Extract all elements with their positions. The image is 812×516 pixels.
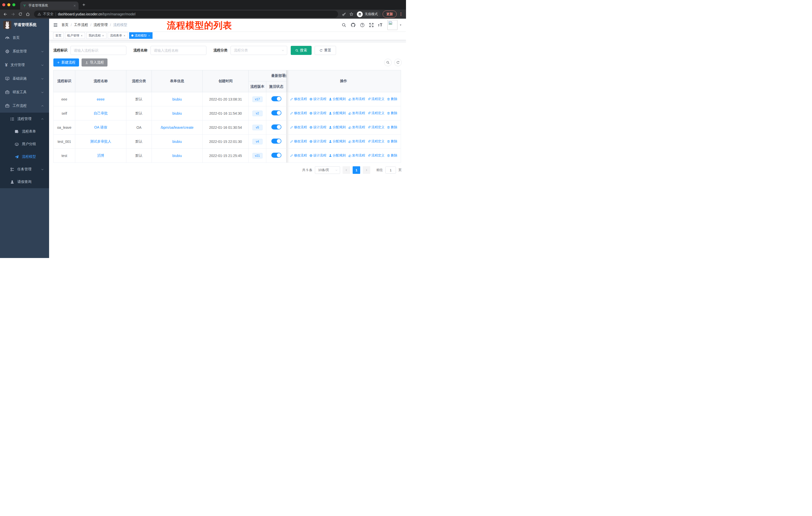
action-assign-rule[interactable]: 分配规则	[329, 97, 346, 101]
action-design[interactable]: 设计流程	[309, 125, 326, 130]
active-toggle[interactable]	[271, 125, 282, 130]
action-definition[interactable]: 流程定义	[368, 125, 385, 130]
user-avatar-menu[interactable]	[387, 20, 402, 30]
version-badge[interactable]: v5	[253, 125, 263, 130]
update-button[interactable]: 更新	[383, 10, 397, 18]
action-delete[interactable]: 删除	[387, 97, 398, 101]
sidebar-item-leave-query[interactable]: 请假查询	[0, 175, 49, 188]
action-definition[interactable]: 流程定义	[368, 111, 385, 115]
form-link[interactable]: /bpm/oa/leave/create	[161, 126, 194, 130]
action-edit[interactable]: 修改流程	[290, 153, 307, 158]
sidebar-item-payment[interactable]: ¥ 支付管理	[0, 58, 49, 72]
sidebar-item-process-form[interactable]: 流程表单	[0, 125, 49, 138]
form-link[interactable]: biubiu	[172, 97, 182, 101]
action-delete[interactable]: 删除	[387, 125, 398, 130]
action-design[interactable]: 设计流程	[309, 139, 326, 144]
sidebar-item-process-model[interactable]: 流程模型	[0, 151, 49, 163]
action-assign-rule[interactable]: 分配规则	[329, 139, 346, 144]
tag-my-process[interactable]: 我的流程	[86, 32, 107, 39]
active-toggle[interactable]	[271, 110, 282, 115]
close-icon[interactable]	[123, 34, 125, 37]
sidebar-item-devtools[interactable]: 研发工具	[0, 85, 49, 99]
action-publish[interactable]: 发布流程	[348, 111, 365, 115]
version-badge[interactable]: v21	[253, 153, 263, 159]
action-edit[interactable]: 修改流程	[290, 139, 307, 144]
back-icon[interactable]	[2, 11, 8, 17]
goto-page-input[interactable]	[385, 166, 396, 173]
import-process-button[interactable]: 导入流程	[82, 58, 108, 66]
sidebar-item-system[interactable]: 系统管理	[0, 45, 49, 58]
toggle-search-button[interactable]	[384, 59, 392, 66]
reset-button[interactable]: 重置	[315, 46, 336, 55]
form-link[interactable]: biubiu	[172, 154, 182, 158]
tag-tenant[interactable]: 租户管理	[65, 32, 85, 39]
action-design[interactable]: 设计流程	[309, 153, 326, 158]
breadcrumb-process-mgmt[interactable]: 流程管理	[94, 23, 108, 27]
action-assign-rule[interactable]: 分配规则	[329, 125, 346, 130]
action-edit[interactable]: 修改流程	[290, 111, 307, 115]
tag-process-model[interactable]: 流程模型	[129, 32, 152, 39]
action-publish[interactable]: 发布流程	[348, 139, 365, 144]
action-assign-rule[interactable]: 分配规则	[329, 153, 346, 158]
sidebar-collapse-icon[interactable]	[53, 23, 58, 27]
process-name-input[interactable]	[150, 46, 206, 55]
browser-tab[interactable]: 芋道管理系统	[20, 1, 79, 9]
version-badge[interactable]: v17	[253, 97, 263, 102]
action-design[interactable]: 设计流程	[309, 97, 326, 101]
form-link[interactable]: biubiu	[172, 140, 182, 144]
github-icon[interactable]	[351, 22, 356, 27]
close-icon[interactable]	[148, 34, 150, 37]
reload-icon[interactable]	[18, 11, 23, 17]
breadcrumb-workflow[interactable]: 工作流程	[74, 23, 88, 27]
action-delete[interactable]: 删除	[387, 139, 398, 144]
create-process-button[interactable]: 新建流程	[53, 58, 79, 66]
refresh-table-button[interactable]	[394, 59, 402, 66]
action-publish[interactable]: 发布流程	[348, 97, 365, 101]
window-zoom-button[interactable]	[12, 3, 16, 6]
category-select[interactable]: 流程分类	[231, 46, 287, 55]
active-toggle[interactable]	[271, 96, 282, 101]
version-badge[interactable]: v2	[253, 111, 263, 116]
browser-menu-kebab-icon[interactable]	[399, 12, 404, 16]
new-tab-button[interactable]	[82, 2, 86, 7]
sidebar-item-task-mgmt[interactable]: 任务管理	[0, 163, 49, 175]
action-definition[interactable]: 流程定义	[368, 153, 385, 158]
action-publish[interactable]: 发布流程	[348, 125, 365, 130]
tab-close-icon[interactable]	[73, 4, 76, 7]
bookmark-star-icon[interactable]	[349, 11, 354, 17]
form-link[interactable]: biubiu	[172, 111, 182, 115]
action-edit[interactable]: 修改流程	[290, 125, 307, 130]
process-name-link[interactable]: eeee	[97, 97, 105, 101]
address-bar[interactable]: 不安全 dashboard.yudao.iocoder.cn/bpm/manag…	[34, 10, 338, 18]
action-delete[interactable]: 删除	[387, 111, 398, 115]
process-name-link[interactable]: 测试多审批人	[90, 139, 111, 143]
close-icon[interactable]	[81, 34, 83, 37]
version-badge[interactable]: v4	[253, 139, 263, 144]
action-assign-rule[interactable]: 分配规则	[329, 111, 346, 115]
sidebar-item-workflow[interactable]: 工作流程	[0, 99, 49, 113]
process-key-input[interactable]	[70, 46, 126, 55]
sidebar-item-process-mgmt[interactable]: 流程管理	[0, 113, 49, 125]
process-name-link[interactable]: 滔博	[97, 154, 104, 158]
tag-home[interactable]: 首页	[53, 32, 64, 39]
search-button[interactable]: 搜索	[291, 46, 312, 55]
window-minimize-button[interactable]	[7, 3, 10, 6]
active-toggle[interactable]	[271, 139, 282, 144]
action-edit[interactable]: 修改流程	[290, 97, 307, 101]
password-key-icon[interactable]	[341, 11, 347, 17]
process-name-link[interactable]: OA 请假	[94, 125, 107, 129]
prev-page-button[interactable]	[343, 166, 350, 174]
forward-icon[interactable]	[10, 11, 16, 17]
action-definition[interactable]: 流程定义	[368, 97, 385, 101]
tag-process-form[interactable]: 流程表单	[108, 32, 128, 39]
action-publish[interactable]: 发布流程	[348, 153, 365, 158]
action-design[interactable]: 设计流程	[309, 111, 326, 115]
sidebar-item-home[interactable]: 首页	[0, 31, 49, 45]
page-size-select[interactable]: 10条/页	[315, 166, 340, 174]
home-icon[interactable]	[25, 11, 31, 17]
active-toggle[interactable]	[271, 153, 282, 158]
search-icon[interactable]	[342, 22, 346, 27]
security-label[interactable]: 不安全	[43, 12, 54, 17]
breadcrumb-home[interactable]: 首页	[61, 23, 68, 27]
process-name-link[interactable]: 自己审批	[94, 111, 108, 115]
